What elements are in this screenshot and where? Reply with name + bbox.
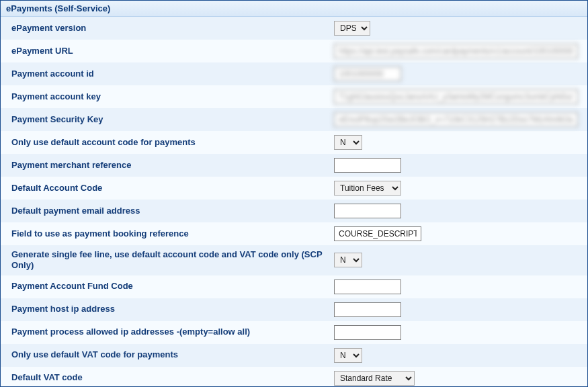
row-payment-security-key: Payment Security Key [1, 108, 587, 131]
label-only-default-vat: Only use default VAT code for payments [11, 349, 334, 360]
label-payment-security-key: Payment Security Key [11, 114, 334, 125]
row-host-ip: Payment host ip address [1, 298, 587, 321]
epayment-url-input[interactable] [334, 44, 578, 58]
label-default-vat-code: Default VAT code [11, 372, 334, 383]
panel-title: ePayments (Self-Service) [1, 1, 587, 17]
row-payment-account-key: Payment account key [1, 85, 587, 108]
label-default-email: Default payment email address [11, 206, 334, 216]
row-allowed-ips: Payment process allowed ip addresses -(e… [1, 321, 587, 344]
row-default-account-code: Default Account Code Tuition Fees [1, 177, 587, 200]
label-allowed-ips: Payment process allowed ip addresses -(e… [11, 327, 334, 337]
epayment-version-select[interactable]: DPS [334, 21, 370, 36]
label-booking-reference-field: Field to use as payment booking referenc… [11, 228, 334, 239]
booking-reference-field-input[interactable] [334, 226, 421, 241]
label-default-account-code: Default Account Code [11, 183, 334, 194]
allowed-ips-input[interactable] [334, 325, 401, 340]
only-default-vat-select[interactable]: N [334, 348, 362, 363]
label-epayment-url: ePayment URL [11, 46, 334, 56]
row-only-default-account: Only use default account code for paymen… [1, 131, 587, 154]
fund-code-input[interactable] [334, 280, 401, 294]
host-ip-input[interactable] [334, 302, 401, 317]
label-epayment-version: ePayment version [11, 23, 334, 34]
panel-body: ePayment version DPS ePayment URL Paymen… [1, 17, 587, 387]
label-fund-code: Payment Account Fund Code [11, 281, 334, 292]
row-default-email: Default payment email address [1, 200, 587, 222]
payment-account-key-input[interactable] [334, 89, 578, 104]
scp-single-line-select[interactable]: N [334, 253, 362, 267]
default-account-code-select[interactable]: Tuition Fees [334, 181, 401, 196]
row-merchant-reference: Payment merchant reference [1, 154, 587, 177]
only-default-account-select[interactable]: N [334, 135, 362, 150]
row-scp-single-line: Generate single fee line, use default ac… [1, 245, 587, 275]
row-default-vat-code: Default VAT code Standard Rate [1, 367, 587, 388]
epayments-settings-panel: ePayments (Self-Service) ePayment versio… [0, 0, 588, 387]
row-epayment-version: ePayment version DPS [1, 17, 587, 40]
label-only-default-account: Only use default account code for paymen… [11, 137, 334, 148]
default-vat-code-select[interactable]: Standard Rate [334, 371, 415, 386]
row-fund-code: Payment Account Fund Code [1, 275, 587, 298]
row-payment-account-id: Payment account id [1, 62, 587, 85]
label-merchant-reference: Payment merchant reference [11, 160, 334, 171]
payment-account-id-input[interactable] [334, 67, 401, 81]
label-scp-single-line: Generate single fee line, use default ac… [11, 249, 334, 271]
default-email-input[interactable] [334, 204, 401, 218]
row-epayment-url: ePayment URL [1, 40, 587, 62]
payment-security-key-input[interactable] [334, 112, 578, 127]
label-payment-account-id: Payment account id [11, 69, 334, 79]
row-only-default-vat: Only use default VAT code for payments N [1, 344, 587, 367]
row-booking-reference-field: Field to use as payment booking referenc… [1, 222, 587, 245]
label-payment-account-key: Payment account key [11, 91, 334, 102]
merchant-reference-input[interactable] [334, 158, 401, 173]
label-host-ip: Payment host ip address [11, 304, 334, 314]
